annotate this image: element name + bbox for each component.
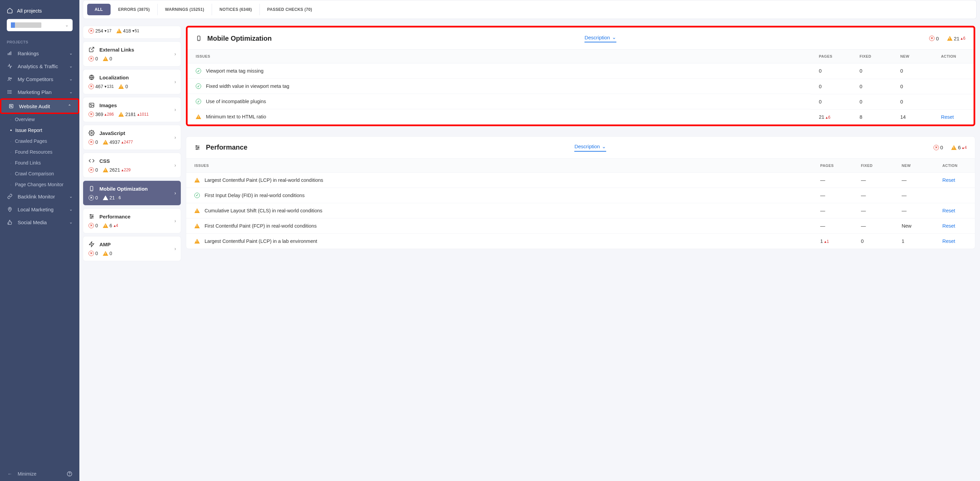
- tab-errors[interactable]: ERRORS (3875): [111, 4, 158, 15]
- col-pages: PAGES: [812, 158, 853, 172]
- tab-all[interactable]: ALL: [87, 4, 111, 15]
- warning-delta: 1011: [137, 112, 149, 117]
- subnav-crawl-comparison[interactable]: Crawl Comparison: [0, 168, 80, 179]
- category-localization[interactable]: Localization 467 131 0 ›: [83, 69, 181, 94]
- warning-delta: 6: [116, 195, 121, 200]
- action-cell: Reset: [934, 203, 975, 218]
- help-icon[interactable]: [67, 471, 73, 477]
- bolt-icon: [89, 241, 95, 247]
- new-cell: 1: [894, 234, 934, 249]
- nav-label: Analytics & Traffic: [18, 64, 58, 69]
- check-icon: [194, 193, 200, 198]
- category-javascript[interactable]: JavaScript 0 4937 2477 ›: [83, 125, 181, 150]
- table-row[interactable]: Fixed width value in viewport meta tag00…: [188, 79, 974, 94]
- category-card-partial[interactable]: 254 17 418 51: [83, 26, 181, 39]
- chevron-down-icon: ⌄: [69, 51, 73, 56]
- nav-competitors[interactable]: My Competitors ⌄: [0, 73, 80, 86]
- fixed-cell: —: [853, 218, 894, 234]
- nav-analytics[interactable]: Analytics & Traffic ⌄: [0, 60, 80, 73]
- table-row[interactable]: Use of incompatible plugins000: [188, 94, 974, 109]
- chevron-down-icon: ⌄: [69, 220, 73, 225]
- category-external-links[interactable]: External Links 0 0 ›: [83, 41, 181, 67]
- subnav-crawled-pages[interactable]: Crawled Pages: [0, 136, 80, 147]
- sidebar: All projects ⌄ PROJECTS Rankings ⌄ Analy…: [0, 0, 80, 481]
- nav-social-media[interactable]: Social Media ⌄: [0, 216, 80, 229]
- pages-cell: 1 1: [812, 234, 853, 249]
- reset-link[interactable]: Reset: [942, 177, 955, 183]
- nav-rankings[interactable]: Rankings ⌄: [0, 47, 80, 60]
- error-count: 0: [95, 56, 98, 61]
- nav-website-audit[interactable]: Website Audit ⌃: [0, 99, 80, 114]
- warning-delta: 51: [132, 29, 139, 33]
- description-toggle[interactable]: Description ⌄: [574, 143, 606, 151]
- error-delta: 286: [105, 112, 114, 117]
- subnav-page-changes[interactable]: Page Changes Monitor: [0, 179, 80, 190]
- table-row[interactable]: First Contentful Paint (FCP) in real-wor…: [186, 218, 975, 234]
- home-icon: [7, 8, 13, 14]
- nav-marketing-plan[interactable]: Marketing Plan ⌄: [0, 86, 80, 99]
- project-selector[interactable]: ⌄: [7, 19, 73, 31]
- reset-link[interactable]: Reset: [942, 239, 955, 244]
- table-row[interactable]: Minimum text to HTML ratio21 6814Reset: [188, 109, 974, 124]
- action-cell: Reset: [934, 218, 975, 234]
- category-images[interactable]: Images 369 286 2181 1011 ›: [83, 97, 181, 122]
- chevron-right-icon: ›: [174, 51, 176, 57]
- nav-label: My Competitors: [18, 76, 53, 82]
- table-row[interactable]: Viewport meta tag missing000: [188, 64, 974, 79]
- description-toggle[interactable]: Description ⌄: [584, 34, 616, 42]
- warning-icon: [947, 36, 953, 41]
- minimize-label: Minimize: [18, 471, 36, 476]
- category-amp[interactable]: AMP 0 0 ›: [83, 236, 181, 261]
- category-performance[interactable]: Performance 0 6 4 ›: [83, 208, 181, 233]
- subnav-found-resources[interactable]: Found Resources: [0, 147, 80, 158]
- issue-panels: Mobile Optimization Description ⌄ 0 21 6…: [185, 26, 980, 481]
- warning-icon: [196, 114, 201, 119]
- sliders-icon: [194, 145, 200, 151]
- svg-point-21: [90, 104, 91, 105]
- chevron-down-icon: ⌄: [602, 143, 606, 150]
- svg-point-37: [196, 145, 197, 147]
- error-icon: [89, 84, 94, 89]
- table-row[interactable]: Cumulative Layout Shift (CLS) in real-wo…: [186, 203, 975, 218]
- external-link-icon: [89, 46, 95, 53]
- table-row[interactable]: First Input Delay (FID) in real-world co…: [186, 188, 975, 203]
- table-row[interactable]: Largest Contentful Paint (LCP) in a lab …: [186, 234, 975, 249]
- svg-line-13: [11, 107, 12, 107]
- pages-cell: 0: [811, 79, 851, 94]
- svg-rect-2: [11, 51, 11, 55]
- reset-link[interactable]: Reset: [942, 208, 955, 213]
- svg-point-22: [91, 132, 92, 134]
- subnav-issue-report[interactable]: Issue Report: [0, 125, 80, 136]
- chevron-up-icon: ⌃: [68, 104, 71, 108]
- thumb-icon: [7, 219, 13, 225]
- nav-local-marketing[interactable]: Local Marketing ⌄: [0, 203, 80, 216]
- category-css[interactable]: CSS 0 2621 229 ›: [83, 153, 181, 178]
- category-mobile-optimization[interactable]: Mobile Optimization 0 21 6 ›: [83, 180, 181, 205]
- table-row[interactable]: Largest Contentful Paint (LCP) in real-w…: [186, 172, 975, 188]
- tab-warnings[interactable]: WARNINGS (15251): [158, 4, 212, 15]
- svg-point-38: [198, 147, 199, 148]
- warning-icon: [103, 56, 108, 61]
- category-title: External Links: [99, 47, 134, 53]
- chevron-right-icon: ›: [174, 218, 176, 223]
- svg-point-4: [11, 78, 11, 79]
- action-cell: [934, 188, 975, 203]
- reset-link[interactable]: Reset: [942, 223, 955, 229]
- fixed-cell: 0: [851, 79, 892, 94]
- nav-label: Backlink Monitor: [18, 194, 55, 199]
- tab-passed[interactable]: PASSED CHECKS (70): [260, 4, 320, 15]
- minimize-sidebar[interactable]: ← Minimize: [0, 467, 80, 481]
- nav-backlink-monitor[interactable]: Backlink Monitor ⌄: [0, 190, 80, 203]
- chevron-right-icon: ›: [174, 79, 176, 84]
- reset-link[interactable]: Reset: [941, 114, 954, 120]
- subnav-overview[interactable]: Overview: [0, 114, 80, 125]
- pages-cell: —: [812, 172, 853, 188]
- subnav-label: Found Resources: [15, 149, 52, 154]
- subnav-found-links[interactable]: Found Links: [0, 158, 80, 168]
- warning-icon: [194, 178, 200, 183]
- all-projects-link[interactable]: All projects: [7, 5, 73, 19]
- bars-icon: [7, 50, 13, 56]
- mobile-icon: [196, 35, 202, 41]
- tab-notices[interactable]: NOTICES (6348): [212, 4, 260, 15]
- action-cell: [933, 79, 974, 94]
